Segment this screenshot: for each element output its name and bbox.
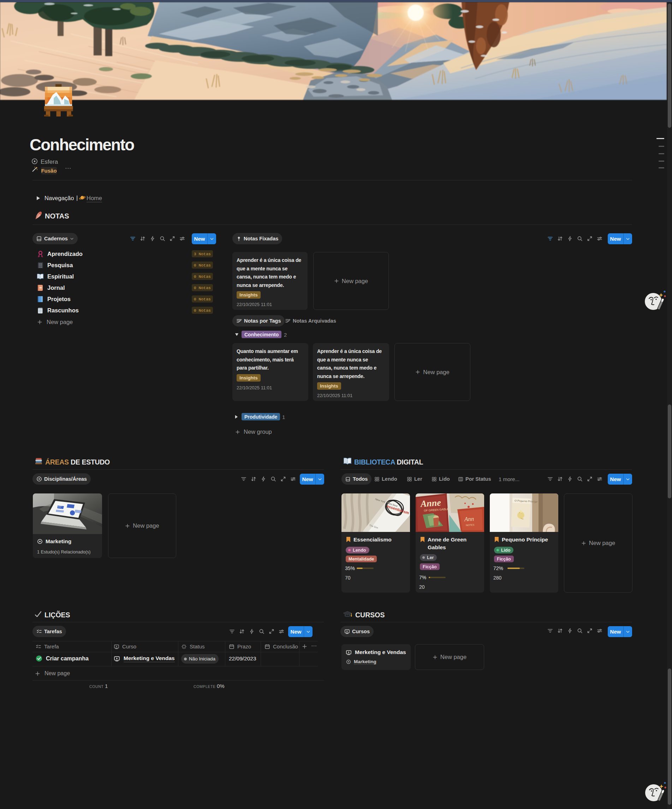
- svg-text:Anne: Anne: [420, 497, 442, 509]
- svg-text:NOTES: NOTES: [466, 524, 475, 526]
- svg-text:Ann: Ann: [464, 515, 474, 522]
